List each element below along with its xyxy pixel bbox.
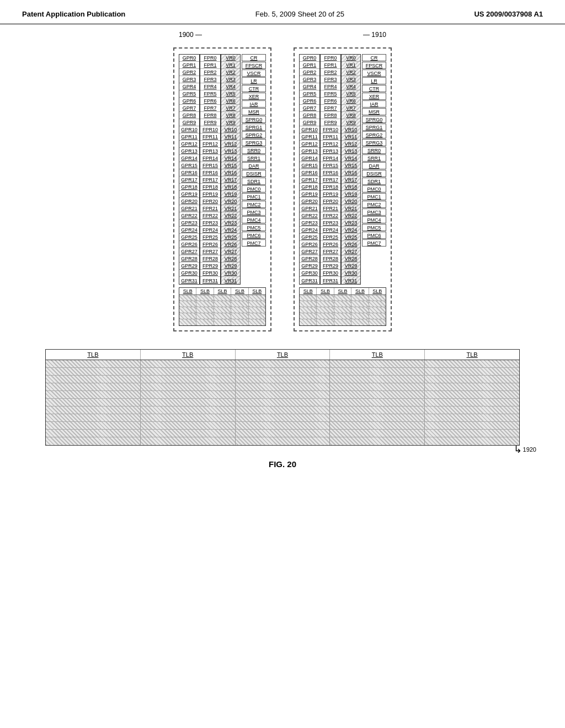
- diagram-area: 1900 — GPR0GPR1GPR2GPR3GPR4GPR5GPR6GPR7G…: [22, 41, 543, 469]
- reg-cell: FPR17: [200, 176, 220, 184]
- reg-cell: FPR8: [321, 112, 340, 119]
- tlb-body-cell: [330, 376, 425, 383]
- slb-body-cell: [351, 307, 369, 313]
- reg-cell: FPR0: [321, 55, 340, 62]
- tlb-body-cell: [141, 414, 236, 421]
- reg-cell: VR28: [221, 255, 240, 263]
- special-reg-cell: IAR: [242, 100, 266, 108]
- reg-cell: VR23: [342, 220, 360, 227]
- tlb-body-cell: [330, 368, 425, 375]
- reg-cell: FPR25: [321, 234, 340, 241]
- special-reg-cell: CR: [362, 54, 386, 61]
- reg-cell: GPR29: [179, 263, 199, 270]
- reg-cell: VR10: [342, 126, 360, 133]
- block-1900-label: 1900 —: [179, 31, 202, 39]
- reg-cell: VR27: [221, 248, 240, 255]
- special-reg-cell: MSR: [242, 108, 266, 115]
- slb-body-cell: [231, 295, 248, 301]
- slb-body-cell: [369, 301, 386, 307]
- special-reg-cell: PMC4: [242, 216, 266, 223]
- reg-cell: VR5: [342, 90, 360, 98]
- reg-cell: FPR5: [321, 90, 340, 98]
- tlb-body-cell: [425, 437, 519, 445]
- reg-cell: FPR0: [200, 55, 220, 62]
- reg-cell: FPR27: [200, 248, 220, 255]
- slb-body-cell: [179, 313, 196, 319]
- slb-body-1: [179, 295, 265, 325]
- tlb-body-row: [46, 391, 519, 399]
- reg-cell: VR21: [342, 205, 360, 212]
- special-reg-cell: SDR1: [242, 178, 266, 185]
- special-reg-cell: CTR: [362, 85, 386, 92]
- reg-cell: GPR11: [300, 133, 319, 141]
- reg-cell: GPR23: [179, 220, 199, 227]
- tlb-body-cell: [425, 422, 519, 429]
- tlb-header-cell: TLB: [46, 350, 141, 360]
- reg-cell: GPR3: [179, 76, 199, 83]
- tlb-body-cell: [425, 430, 519, 437]
- tlb-body-row: [46, 430, 519, 437]
- reg-cell: GPR30: [300, 270, 319, 277]
- special-reg-cell: DSISR: [242, 170, 266, 177]
- reg-cell: GPR8: [179, 112, 199, 119]
- reg-cell: GPR4: [300, 83, 319, 90]
- reg-cell: FPR19: [200, 191, 220, 198]
- reg-cell: VR28: [342, 255, 360, 263]
- reg-cell: VR26: [342, 241, 360, 248]
- special-reg-cell: PMC6: [242, 232, 266, 239]
- reg-cell: FPR22: [200, 212, 220, 220]
- special-reg-cell: CTR: [242, 85, 266, 92]
- slb-body-row: [179, 301, 265, 307]
- special-reg-cell: PMC7: [362, 239, 386, 247]
- slb-body-row: [179, 313, 265, 319]
- reg-cell: FPR15: [321, 162, 340, 169]
- tlb-body-cell: [46, 399, 141, 406]
- gpr-col-2: GPR0GPR1GPR2GPR3GPR4GPR5GPR6GPR7GPR8GPR9…: [299, 54, 320, 285]
- tlb-ref-label: ↳ 1920: [514, 443, 536, 456]
- reg-cell: FPR4: [321, 83, 340, 90]
- reg-cell: GPR12: [300, 141, 319, 148]
- fpr-col-2: FPR0FPR1FPR2FPR3FPR4FPR5FPR6FPR7FPR8FPR9…: [320, 54, 341, 285]
- reg-cell: FPR16: [321, 169, 340, 176]
- reg-cell: GPR28: [179, 255, 199, 263]
- reg-cell: FPR19: [321, 191, 340, 198]
- reg-cell: VR4: [342, 83, 360, 90]
- reg-cell: FPR17: [321, 176, 340, 184]
- special-reg-cell: SRR0: [362, 147, 386, 154]
- tlb-body-row: [46, 414, 519, 422]
- slb-body-cell: [179, 307, 196, 313]
- page-header: Patent Application Publication Feb. 5, 2…: [0, 0, 565, 24]
- reg-cell: VR24: [221, 227, 240, 234]
- tlb-header-cell: TLB: [425, 350, 519, 360]
- header-patent-number: US 2009/0037908 A1: [474, 10, 543, 18]
- reg-cell: VR25: [342, 234, 360, 241]
- special-reg-cell: SPRG3: [362, 139, 386, 146]
- reg-cell: VR30: [342, 270, 360, 277]
- tlb-body-row: [46, 399, 519, 406]
- fpr-col-1: FPR0FPR1FPR2FPR3FPR4FPR5FPR6FPR7FPR8FPR9…: [200, 54, 221, 285]
- reg-cell: GPR14: [179, 155, 199, 162]
- reg-cell: VR14: [221, 155, 240, 162]
- tlb-body-cell: [236, 368, 331, 375]
- reg-cell: FPR4: [200, 83, 220, 90]
- reg-cell: FPR20: [200, 198, 220, 205]
- special-reg-cell: PMC0: [362, 185, 386, 192]
- register-blocks-row: 1900 — GPR0GPR1GPR2GPR3GPR4GPR5GPR6GPR7G…: [173, 41, 392, 331]
- tlb-body: [46, 360, 519, 445]
- reg-cell: GPR14: [300, 155, 319, 162]
- slb-body-cell: [300, 313, 317, 319]
- reg-cell: GPR26: [300, 241, 319, 248]
- slb-body-cell: [231, 301, 248, 307]
- reg-cell: GPR2: [300, 69, 319, 76]
- reg-cell: GPR19: [300, 191, 319, 198]
- special-reg-cell: PMC6: [362, 232, 386, 239]
- special-reg-cell: FPSCR: [362, 62, 386, 69]
- slb-header-cell: SLB: [317, 288, 334, 295]
- reg-cell: GPR7: [179, 105, 199, 112]
- tlb-body-cell: [236, 430, 331, 437]
- reg-cell: FPR31: [200, 277, 220, 284]
- reg-cell: FPR3: [321, 76, 340, 83]
- special-reg-cell: VSCR: [242, 69, 266, 77]
- special-reg-cell: XER: [362, 93, 386, 100]
- special-reg-cell: SPRG0: [362, 116, 386, 123]
